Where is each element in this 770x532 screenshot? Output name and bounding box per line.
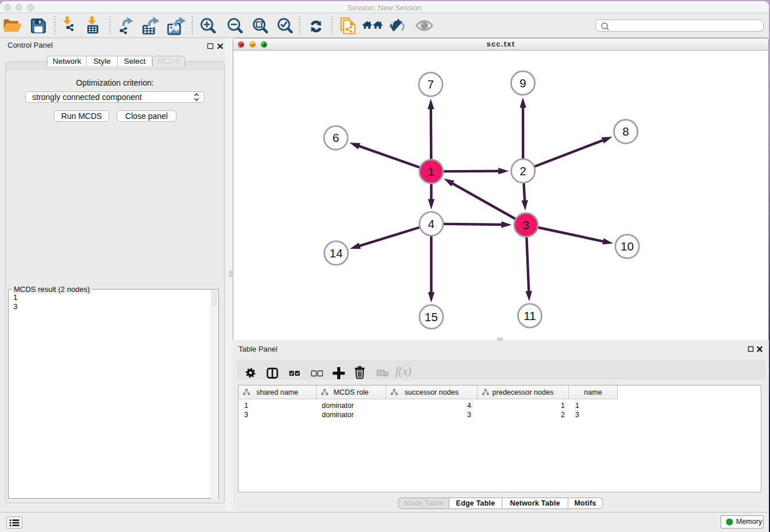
svg-text:10: 10 — [621, 240, 634, 253]
svg-text:8: 8 — [622, 125, 629, 138]
svg-text:15: 15 — [425, 310, 438, 323]
svg-text:6: 6 — [333, 131, 339, 144]
svg-text:14: 14 — [330, 246, 343, 260]
svg-text:4: 4 — [428, 217, 434, 230]
svg-text:2: 2 — [520, 164, 526, 178]
svg-text:9: 9 — [519, 76, 526, 90]
svg-text:11: 11 — [523, 309, 536, 322]
svg-text:7: 7 — [428, 78, 434, 91]
svg-text:1: 1 — [428, 165, 434, 178]
svg-text:3: 3 — [523, 218, 529, 232]
